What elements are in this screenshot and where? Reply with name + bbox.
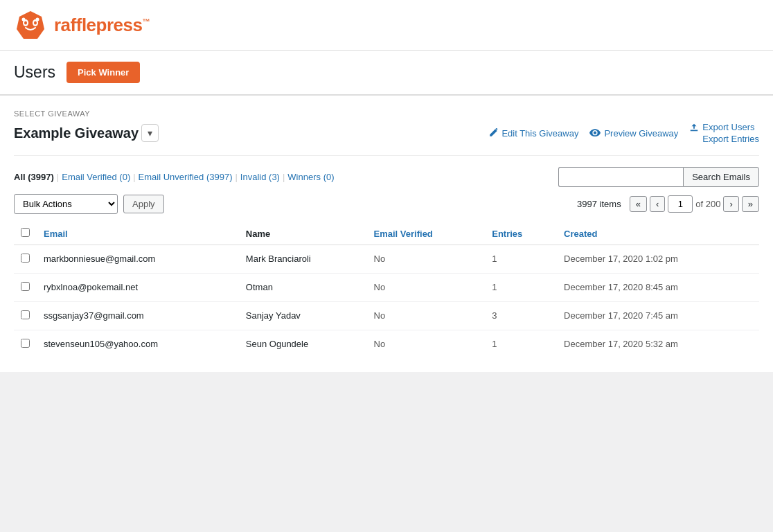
svg-point-3	[24, 21, 27, 25]
logo-tm: ™	[142, 17, 150, 26]
col-entries[interactable]: Entries	[485, 222, 557, 245]
select-all-checkbox[interactable]	[21, 228, 30, 237]
pick-winner-button[interactable]: Pick Winner	[66, 62, 140, 83]
row-name: Seun Ogundele	[239, 330, 367, 359]
top-bar: rafflepress™	[0, 0, 773, 51]
filter-all-count: (3997)	[28, 172, 54, 182]
pagination-total: 3997 items	[577, 199, 621, 209]
logo-name: rafflepress	[54, 15, 142, 35]
preview-giveaway-link[interactable]: Preview Giveaway	[589, 128, 678, 139]
filter-invalid-count: (3)	[269, 172, 280, 182]
giveaway-selector: Example Giveaway ▾	[14, 124, 159, 142]
giveaway-actions: Edit This Giveaway Preview Giveaway Expo…	[488, 122, 759, 144]
row-email: ssgsanjay37@gmail.com	[37, 302, 239, 330]
pagination: 3997 items « ‹ of 200 › »	[577, 195, 759, 213]
export-users-icon	[689, 123, 699, 132]
col-email-verified[interactable]: Email Verified	[367, 222, 486, 245]
row-created: December 17, 2020 5:32 am	[557, 330, 759, 359]
pagination-page-input[interactable]	[668, 195, 693, 213]
table-row: rybxlnoa@pokemail.net Otman No 1 Decembe…	[14, 274, 759, 302]
users-table: Email Name Email Verified Entries Create…	[14, 222, 759, 358]
page-title: Users	[14, 63, 55, 82]
row-name: Sanjay Yadav	[239, 302, 367, 330]
row-email: markbonniesue@gmail.com	[37, 245, 239, 274]
row-verified: No	[367, 274, 486, 302]
export-entries-link[interactable]: Export Entries	[702, 134, 759, 144]
row-checkbox[interactable]	[21, 282, 30, 291]
row-verified: No	[367, 245, 486, 274]
bulk-actions-left: Bulk Actions Apply	[14, 194, 164, 214]
export-entries-label: Export Entries	[702, 134, 759, 144]
bulk-apply-button[interactable]: Apply	[123, 195, 164, 213]
content-area: SELECT GIVEAWAY Example Giveaway ▾ Edit …	[0, 95, 773, 372]
search-emails-button[interactable]: Search Emails	[683, 167, 759, 187]
filter-email-verified-count: (0)	[119, 172, 130, 182]
col-created[interactable]: Created	[557, 222, 759, 245]
filter-sep-3: |	[235, 172, 237, 182]
filter-email-verified-link[interactable]: Email Verified (0)	[62, 172, 130, 182]
filter-sep-4: |	[283, 172, 285, 182]
row-name: Mark Branciaroli	[239, 245, 367, 274]
filter-all-link[interactable]: All (3997)	[14, 172, 54, 182]
logo-area: rafflepress™	[14, 8, 150, 42]
table-body: markbonniesue@gmail.com Mark Branciaroli…	[14, 245, 759, 359]
table-row: ssgsanjay37@gmail.com Sanjay Yadav No 3 …	[14, 302, 759, 330]
row-email: stevenseun105@yahoo.com	[37, 330, 239, 359]
export-group: Export Users Export Entries	[689, 122, 759, 144]
eye-icon	[589, 129, 601, 137]
row-checkbox-cell	[14, 245, 37, 274]
row-checkbox-cell	[14, 302, 37, 330]
table-row: markbonniesue@gmail.com Mark Branciaroli…	[14, 245, 759, 274]
pagination-of-text: of	[695, 199, 703, 209]
edit-giveaway-label: Edit This Giveaway	[501, 128, 578, 139]
select-giveaway-label: SELECT GIVEAWAY	[14, 109, 759, 118]
svg-point-4	[34, 21, 37, 25]
giveaway-toolbar: Example Giveaway ▾ Edit This Giveaway Pr…	[14, 122, 759, 156]
row-entries: 1	[485, 274, 557, 302]
filter-invalid-link[interactable]: Invalid (3)	[240, 172, 280, 182]
row-verified: No	[367, 302, 486, 330]
col-email[interactable]: Email	[37, 222, 239, 245]
bulk-actions-bar: Bulk Actions Apply 3997 items « ‹ of 200…	[14, 194, 759, 214]
pagination-last-button[interactable]: »	[742, 196, 759, 212]
export-users-link[interactable]: Export Users	[689, 122, 754, 132]
row-checkbox-cell	[14, 274, 37, 302]
row-name: Otman	[239, 274, 367, 302]
edit-giveaway-link[interactable]: Edit This Giveaway	[488, 128, 578, 139]
filter-winners-link[interactable]: Winners (0)	[287, 172, 334, 182]
pagination-prev-button[interactable]: ‹	[650, 196, 665, 212]
logo-text: rafflepress™	[54, 15, 150, 36]
export-users-label: Export Users	[702, 122, 754, 132]
filter-email-verified-label: Email Verified	[62, 172, 116, 182]
pagination-of-label: of 200	[695, 199, 720, 209]
row-verified: No	[367, 330, 486, 359]
row-checkbox[interactable]	[21, 310, 30, 319]
select-all-col	[14, 222, 37, 245]
filter-sep-2: |	[133, 172, 135, 182]
svg-point-6	[36, 18, 39, 21]
row-checkbox[interactable]	[21, 339, 30, 348]
search-input[interactable]	[558, 167, 683, 187]
filter-email-unverified-count: (3997)	[206, 172, 233, 182]
table-header-row: Email Name Email Verified Entries Create…	[14, 222, 759, 245]
page-header: Users Pick Winner	[0, 51, 773, 95]
rafflepress-logo-icon	[14, 8, 47, 42]
filter-email-unverified-link[interactable]: Email Unverified (3997)	[139, 172, 233, 182]
row-email: rybxlnoa@pokemail.net	[37, 274, 239, 302]
filter-sep-1: |	[57, 172, 59, 182]
pencil-icon	[488, 128, 498, 138]
row-created: December 17, 2020 1:02 pm	[557, 245, 759, 274]
pagination-first-button[interactable]: «	[630, 196, 647, 212]
giveaway-dropdown-button[interactable]: ▾	[141, 124, 159, 142]
giveaway-name: Example Giveaway	[14, 125, 139, 141]
svg-marker-0	[17, 11, 44, 39]
pagination-next-button[interactable]: ›	[723, 196, 738, 212]
row-entries: 3	[485, 302, 557, 330]
row-checkbox[interactable]	[21, 254, 30, 263]
bulk-actions-select[interactable]: Bulk Actions	[14, 194, 118, 214]
row-created: December 17, 2020 7:45 am	[557, 302, 759, 330]
filter-all-label: All	[14, 172, 26, 182]
filter-winners-label: Winners	[287, 172, 321, 182]
pagination-total-pages: 200	[706, 199, 721, 209]
row-entries: 1	[485, 330, 557, 359]
